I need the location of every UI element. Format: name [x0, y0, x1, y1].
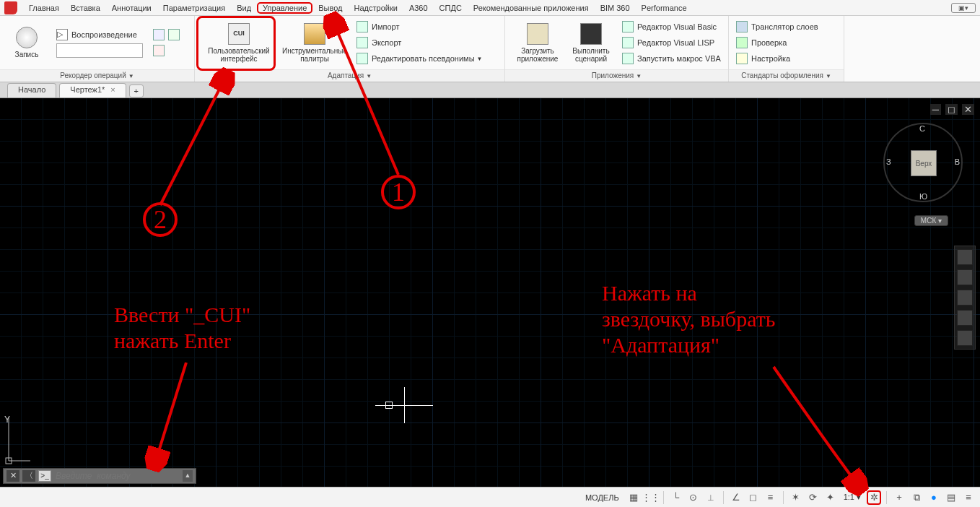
run-script-button[interactable]: Выполнить сценарий: [566, 21, 616, 64]
ortho-toggle-icon[interactable]: └: [669, 490, 683, 505]
viewcube-south[interactable]: Ю: [919, 192, 927, 201]
viewcube-east[interactable]: В: [955, 157, 960, 166]
command-input[interactable]: [56, 471, 178, 481]
isodraft-toggle-icon[interactable]: ⟂: [704, 490, 718, 505]
play-label: Воспроизведение: [71, 30, 137, 39]
osnap-toggle-icon[interactable]: ∠: [729, 490, 743, 505]
vba-editor-button[interactable]: Редактор Visual Basic: [619, 19, 724, 35]
menu-view[interactable]: Вид: [231, 2, 257, 14]
3dosnap-toggle-icon[interactable]: ✦: [823, 490, 838, 505]
command-prompt-icon[interactable]: >_: [38, 470, 51, 482]
lineweight-toggle-icon[interactable]: ≡: [764, 490, 778, 505]
menu-addins[interactable]: Надстройки: [349, 2, 403, 14]
drawing-area[interactable]: [0, 98, 980, 487]
panel-adaptation: CUI Пользовательский интерфейс Инструмен…: [195, 16, 505, 82]
viewport-minimize-icon[interactable]: ─: [930, 104, 941, 115]
panel-title-recorder[interactable]: Рекордер операций▼: [0, 69, 194, 82]
new-tab-button[interactable]: +: [129, 84, 144, 98]
lisp-editor-button[interactable]: Редактор Visual LISP: [619, 35, 724, 51]
menu-spds[interactable]: СПДС: [434, 2, 468, 14]
nav-orbit-icon[interactable]: [957, 310, 973, 326]
menu-output[interactable]: Вывод: [312, 2, 348, 14]
vba-editor-icon: [622, 21, 634, 32]
tab-drawing[interactable]: Чертеж1*×: [59, 83, 126, 98]
tool-palettes-button[interactable]: Инструментальные палитры: [279, 21, 351, 64]
ucs-icon: [4, 415, 33, 467]
snap-toggle-icon[interactable]: ⋮⋮: [644, 490, 658, 505]
export-button[interactable]: Экспорт: [354, 35, 485, 51]
close-tab-icon[interactable]: ×: [110, 85, 115, 94]
load-app-button[interactable]: Загрузить приложение: [509, 21, 566, 64]
check-button[interactable]: Проверка: [733, 35, 821, 51]
view-cube[interactable]: Верх С Ю В З: [883, 123, 963, 202]
navigation-bar: [954, 246, 976, 350]
import-icon: [356, 21, 368, 32]
recorder-opt2-icon[interactable]: [168, 29, 180, 40]
viewcube-north[interactable]: С: [919, 124, 925, 133]
cui-button[interactable]: CUI Пользовательский интерфейс: [199, 21, 279, 64]
clean-screen-icon[interactable]: ≡: [961, 490, 976, 505]
play-icon: ▷: [56, 29, 68, 40]
annotation-monitor-icon[interactable]: ⧉: [909, 490, 924, 505]
layer-translator-button[interactable]: Транслятор слоев: [733, 19, 821, 35]
import-button[interactable]: Импорт: [354, 19, 485, 35]
menu-performance[interactable]: Performance: [636, 2, 693, 14]
recorder-opt3-icon[interactable]: [153, 45, 165, 56]
command-recent-icon[interactable]: 〈: [22, 470, 35, 482]
menu-home[interactable]: Главная: [23, 2, 65, 14]
viewcube-face[interactable]: Верх: [911, 150, 937, 176]
viewport-close-icon[interactable]: ✕: [962, 104, 974, 115]
action-name-dropdown[interactable]: [56, 43, 143, 58]
nav-showmotion-icon[interactable]: [957, 330, 973, 346]
otrack-toggle-icon[interactable]: ◻: [746, 490, 761, 505]
menu-bim360[interactable]: BIM 360: [595, 2, 636, 14]
isolate-objects-icon[interactable]: ▤: [944, 490, 958, 505]
polar-toggle-icon[interactable]: ⊙: [686, 490, 701, 505]
workspace-switch-icon[interactable]: +: [892, 490, 906, 505]
command-close-icon[interactable]: ✕: [6, 470, 19, 482]
standards-settings-button[interactable]: Настройка: [733, 51, 821, 66]
cui-icon: CUI: [228, 23, 250, 45]
menu-parametric[interactable]: Параметризация: [157, 2, 231, 14]
nav-pan-icon[interactable]: [957, 269, 973, 285]
viewport-maximize-icon[interactable]: ◻: [945, 104, 958, 115]
hardware-accel-icon[interactable]: ●: [927, 490, 941, 505]
cycle-toggle-icon[interactable]: ⟳: [806, 490, 821, 505]
status-bar: МОДЕЛЬ ▦ ⋮⋮ └ ⊙ ⟂ ∠ ◻ ≡ ✶ ⟳ ✦ 1:1 ▾ ✲ + …: [0, 487, 980, 507]
play-button[interactable]: ▷ Воспроизведение: [53, 27, 146, 43]
grid-toggle-icon[interactable]: ▦: [626, 490, 641, 505]
tab-start[interactable]: Начало: [7, 83, 56, 98]
record-label: Запись: [15, 51, 39, 58]
export-icon: [356, 37, 368, 48]
run-script-icon: [580, 23, 602, 45]
transparency-toggle-icon[interactable]: ✶: [789, 490, 803, 505]
aliases-button[interactable]: Редактировать псевдонимы ▼: [354, 51, 485, 66]
nav-zoom-icon[interactable]: [957, 290, 973, 306]
panel-title-adaptation[interactable]: Адаптация▼: [195, 69, 504, 82]
customization-gear-icon[interactable]: ✲: [867, 490, 881, 505]
panel-title-standards[interactable]: Стандарты оформления▼: [729, 69, 844, 82]
menu-a360[interactable]: A360: [403, 2, 434, 14]
menu-annotations[interactable]: Аннотации: [106, 2, 157, 14]
panel-cycling-icon[interactable]: ▣▾: [951, 3, 976, 13]
annotation-scale[interactable]: 1:1 ▾: [841, 493, 864, 502]
command-dropdown-icon[interactable]: ▲: [183, 470, 193, 482]
app-icon[interactable]: [4, 1, 17, 14]
ucs-dropdown[interactable]: МСК ▾: [914, 215, 948, 226]
viewcube-west[interactable]: З: [886, 157, 891, 166]
load-app-label: Загрузить приложение: [511, 47, 564, 63]
record-button[interactable]: Запись: [4, 21, 49, 64]
command-line: ✕ 〈 >_ ▲: [3, 468, 196, 484]
status-model-toggle[interactable]: МОДЕЛЬ: [585, 493, 619, 502]
menu-bar: Главная Вставка Аннотации Параметризация…: [0, 0, 980, 16]
panel-title-applications[interactable]: Приложения▼: [505, 69, 728, 82]
run-macro-button[interactable]: Запустить макрос VBA: [619, 51, 724, 66]
aliases-icon: [356, 53, 368, 64]
menu-insert[interactable]: Вставка: [65, 2, 106, 14]
recorder-opt1-icon[interactable]: [153, 29, 165, 40]
lisp-editor-icon: [622, 37, 634, 48]
menu-featured[interactable]: Рекомендованные приложения: [468, 2, 595, 14]
nav-wheel-icon[interactable]: [957, 249, 973, 265]
run-script-label: Выполнить сценарий: [567, 47, 615, 63]
menu-manage[interactable]: Управление: [257, 2, 312, 14]
